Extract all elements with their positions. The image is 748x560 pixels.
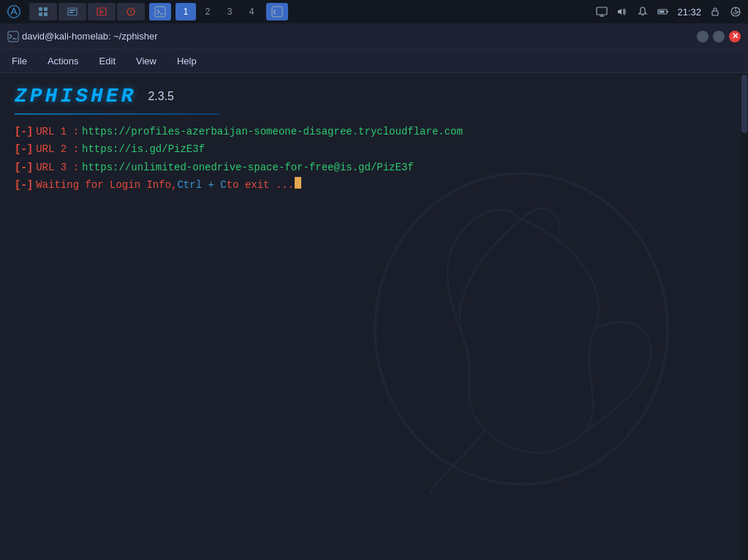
taskbar-buttons xyxy=(29,3,145,20)
svg-rect-11 xyxy=(155,7,165,17)
dragon-watermark xyxy=(339,146,704,512)
lock-icon[interactable] xyxy=(709,5,722,18)
menu-file[interactable]: File xyxy=(7,54,31,68)
terminal-line-waiting: [-] Waiting for Login Info, Ctrl + C to … xyxy=(15,177,733,193)
terminal-taskbar-btn[interactable] xyxy=(149,3,171,20)
title-bar-left: david@kali-homelab: ~/zphisher xyxy=(7,31,158,42)
maximize-button[interactable] xyxy=(713,31,725,42)
taskbar-icon-3[interactable] xyxy=(88,3,116,20)
title-bar-buttons: ✕ xyxy=(697,31,741,42)
menu-bar: File Actions Edit View Help xyxy=(0,50,748,73)
volume-icon[interactable] xyxy=(616,5,629,18)
waiting-text-after: to exit ... xyxy=(227,177,294,193)
workspace-2[interactable]: 2 xyxy=(197,3,218,20)
window-title: david@kali-homelab: ~/zphisher xyxy=(22,31,158,42)
bracket-1: [-] xyxy=(15,124,33,140)
terminal-cursor xyxy=(295,177,301,189)
google-icon[interactable] xyxy=(729,5,742,18)
minimize-button[interactable] xyxy=(697,31,709,42)
svg-rect-3 xyxy=(39,12,42,16)
taskbar-icon-2[interactable] xyxy=(58,3,86,20)
menu-edit[interactable]: Edit xyxy=(95,54,120,68)
taskbar-icon-4[interactable] xyxy=(117,3,145,20)
workspace-4[interactable]: 4 xyxy=(241,3,262,20)
url-link-1[interactable]: https://profiles-azerbaijan-someone-disa… xyxy=(82,124,463,140)
time-display: 21:32 xyxy=(677,7,701,18)
url-label-1: URL 1 : xyxy=(36,124,79,140)
svg-rect-1 xyxy=(39,7,42,11)
monitor-icon[interactable] xyxy=(595,5,608,18)
menu-actions[interactable]: Actions xyxy=(43,54,83,68)
title-bar: david@kali-homelab: ~/zphisher ✕ xyxy=(0,23,748,50)
logo-text: ZPHISHER xyxy=(15,85,136,107)
terminal-content: ZPHISHER 2.3.5 [-] URL 1 : https://profi… xyxy=(0,73,748,560)
svg-rect-13 xyxy=(597,7,607,15)
svg-rect-6 xyxy=(69,10,75,11)
menu-help[interactable]: Help xyxy=(173,54,201,68)
close-button[interactable]: ✕ xyxy=(729,31,741,42)
workspace-1[interactable]: 1 xyxy=(175,3,196,20)
workspace-3[interactable]: 3 xyxy=(219,3,240,20)
kali-logo-icon[interactable] xyxy=(6,4,22,20)
scrollbar[interactable] xyxy=(741,73,748,560)
bracket-3: [-] xyxy=(15,159,33,175)
zphisher-logo: ZPHISHER 2.3.5 xyxy=(15,85,733,107)
waiting-text-before: Waiting for Login Info, xyxy=(36,177,177,193)
url-label-2: URL 2 : xyxy=(36,141,79,157)
waiting-ctrl: Ctrl + C xyxy=(177,177,226,193)
terminal-line-url2: [-] URL 2 : https://is.gd/PizE3f xyxy=(15,141,733,157)
svg-point-20 xyxy=(375,174,668,485)
terminal-taskbar-btn-2[interactable] xyxy=(266,3,288,20)
url-link-3[interactable]: https://unlimited-onedrive-space-for-fre… xyxy=(82,159,414,175)
system-bar: 1 2 3 4 xyxy=(0,0,748,23)
svg-point-10 xyxy=(130,13,131,14)
svg-rect-19 xyxy=(8,31,18,42)
battery-icon[interactable] xyxy=(657,5,670,18)
svg-rect-16 xyxy=(660,11,665,13)
svg-rect-2 xyxy=(44,7,48,11)
bracket-waiting: [-] xyxy=(15,177,33,193)
notification-icon[interactable] xyxy=(636,5,649,18)
terminal-line-url1: [-] URL 1 : https://profiles-azerbaijan-… xyxy=(15,124,733,140)
svg-rect-17 xyxy=(712,11,718,15)
url-link-2[interactable]: https://is.gd/PizE3f xyxy=(82,141,205,157)
url-label-3: URL 3 : xyxy=(36,159,79,175)
svg-rect-15 xyxy=(667,11,668,12)
menu-view[interactable]: View xyxy=(132,54,161,68)
system-bar-right: 21:32 xyxy=(595,5,742,18)
terminal-window-icon xyxy=(7,31,19,42)
bracket-2: [-] xyxy=(15,141,33,157)
workspace-buttons: 1 2 3 4 xyxy=(175,3,262,20)
logo-version: 2.3.5 xyxy=(148,90,174,103)
terminal-window: david@kali-homelab: ~/zphisher ✕ File Ac… xyxy=(0,23,748,560)
scrollbar-thumb[interactable] xyxy=(741,75,747,133)
logo-underline xyxy=(15,113,219,115)
svg-rect-4 xyxy=(44,12,48,16)
taskbar-icon-1[interactable] xyxy=(29,3,57,20)
svg-rect-7 xyxy=(69,12,73,13)
terminal-line-url3: [-] URL 3 : https://unlimited-onedrive-s… xyxy=(15,159,733,175)
